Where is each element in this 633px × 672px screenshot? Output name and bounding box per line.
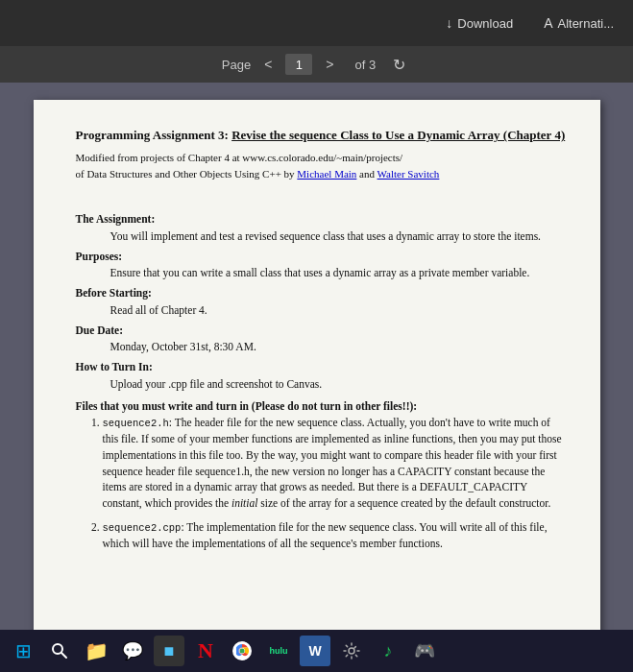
page-label: Page — [222, 58, 251, 72]
alternative-label: Alternati... — [557, 16, 614, 31]
section-assignment-body: You will implement and test a revised se… — [110, 228, 566, 245]
search-button[interactable] — [44, 636, 75, 666]
netflix-button[interactable]: N — [190, 636, 221, 666]
chrome-button[interactable] — [227, 636, 257, 666]
alternative-icon: A — [544, 15, 552, 31]
section-before-body: Read all of Chapter 4. — [110, 302, 566, 319]
section-purposes-body: Ensure that you can write a small class … — [110, 265, 566, 281]
document-area: Programming Assignment 3: Revise the seq… — [0, 83, 633, 630]
alternative-button[interactable]: A Alternati... — [536, 12, 621, 35]
source-author1-link[interactable]: Michael Main — [297, 168, 356, 180]
download-label: Download — [457, 16, 513, 31]
download-button[interactable]: ↓ Download — [438, 12, 521, 35]
title-underlined: Revise the sequence Class to Use a Dynam… — [231, 128, 565, 142]
list-item: sequence2.h: The header file for the new… — [103, 415, 566, 512]
section-howto-title: How to Turn In: — [76, 361, 153, 372]
taskbar: ⊞ 📁 💬 ■ N hulu W ♪ 🎮 — [0, 630, 633, 672]
document-page: Programming Assignment 3: Revise the seq… — [34, 100, 600, 630]
download-icon: ↓ — [446, 15, 452, 31]
file1-code: sequence2.h — [103, 418, 169, 429]
list-item: sequence2.cpp: The implementation file f… — [103, 519, 566, 552]
file-explorer-button[interactable]: 📁 — [81, 636, 111, 666]
section-howto-body: Upload your .cpp file and screenshot to … — [110, 376, 566, 393]
section-duedate-body: Monday, October 31st, 8:30 AM. — [110, 339, 566, 355]
top-toolbar: ↓ Download A Alternati... — [0, 0, 633, 46]
page-navigation: Page < > of 3 ↻ — [0, 46, 633, 83]
taskbar-app-button[interactable]: ■ — [154, 636, 184, 666]
section-duedate: Due Date: Monday, October 31st, 8:30 AM. — [76, 323, 566, 356]
source-author2-link[interactable]: Walter Savitch — [377, 168, 440, 180]
music-button[interactable]: ♪ — [373, 636, 403, 666]
section-files: Files that you must write and turn in (P… — [76, 398, 566, 552]
section-duedate-title: Due Date: — [76, 324, 124, 336]
refresh-button[interactable]: ↻ — [387, 54, 411, 76]
section-assignment: The Assignment: You will implement and t… — [76, 211, 566, 245]
document-title: Programming Assignment 3: Revise the seq… — [76, 127, 566, 144]
section-before-title: Before Starting: — [76, 287, 152, 299]
game-button[interactable]: 🎮 — [409, 636, 440, 666]
source-mid: and — [356, 168, 377, 180]
file1-italic: initial — [231, 497, 257, 509]
windows-start-button[interactable]: ⊞ — [8, 636, 38, 666]
file1-text: : The header file for the new sequence c… — [103, 417, 562, 509]
messaging-button[interactable]: 💬 — [117, 636, 148, 666]
word-button[interactable]: W — [300, 636, 330, 666]
settings-button[interactable] — [336, 636, 367, 666]
title-plain: Programming Assignment 3: — [76, 128, 232, 142]
svg-point-4 — [240, 649, 245, 654]
source-line2-pre: of Data Structures and Other Objects Usi… — [76, 168, 298, 180]
section-purposes-title: Purposes: — [76, 251, 123, 262]
files-list: sequence2.h: The header file for the new… — [103, 415, 566, 551]
source-line1: Modified from projects of Chapter 4 at w… — [76, 152, 403, 163]
next-page-button[interactable]: > — [320, 55, 339, 74]
section-purposes: Purposes: Ensure that you can write a sm… — [76, 249, 566, 282]
prev-page-button[interactable]: < — [258, 55, 278, 74]
file2-code: sequence2.cpp — [103, 522, 182, 534]
svg-point-5 — [349, 648, 354, 654]
page-number-input[interactable] — [285, 54, 312, 75]
page-total: of 3 — [355, 58, 377, 72]
section-files-title: Files that you must write and turn in (P… — [76, 400, 418, 412]
document-source: Modified from projects of Chapter 4 at w… — [76, 150, 566, 181]
section-assignment-title: The Assignment: — [76, 213, 156, 225]
svg-line-1 — [61, 653, 66, 658]
section-before: Before Starting: Read all of Chapter 4. — [76, 285, 566, 319]
section-howto: How to Turn In: Upload your .cpp file an… — [76, 359, 566, 393]
hulu-button[interactable]: hulu — [263, 636, 294, 666]
